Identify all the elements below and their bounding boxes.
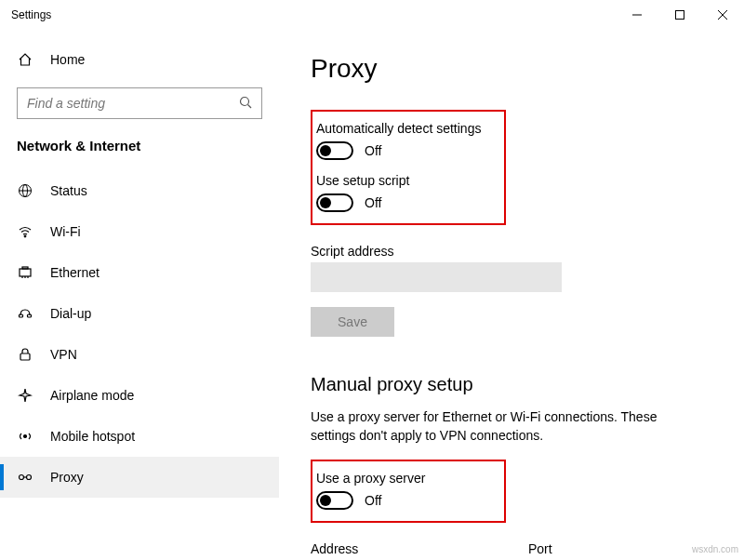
sidebar: Home Network & Internet Status Wi-Fi E (0, 30, 279, 560)
titlebar: Settings (0, 0, 744, 30)
svg-rect-1 (676, 11, 684, 20)
dialup-icon (17, 306, 33, 321)
sidebar-item-ethernet[interactable]: Ethernet (0, 252, 279, 293)
hotspot-icon (17, 429, 33, 444)
proxy-icon (17, 470, 33, 485)
sidebar-item-label: Dial-up (50, 306, 91, 321)
setup-script-state: Off (365, 195, 381, 210)
sidebar-item-label: Wi-Fi (50, 224, 81, 239)
svg-point-9 (24, 235, 26, 237)
auto-detect-toggle[interactable] (316, 141, 353, 160)
wifi-icon (17, 224, 33, 239)
window-controls (616, 0, 744, 30)
main-content: Proxy Automatically detect settings Off … (279, 30, 744, 560)
auto-detect-label: Automatically detect settings (316, 121, 497, 136)
search-input[interactable] (27, 96, 239, 111)
sidebar-item-label: VPN (50, 347, 77, 362)
highlight-box-auto: Automatically detect settings Off Use se… (311, 110, 506, 225)
save-button[interactable]: Save (311, 307, 394, 337)
script-address-label: Script address (311, 244, 712, 259)
attribution: wsxdn.com (692, 544, 738, 554)
search-box[interactable] (17, 87, 262, 119)
use-proxy-state: Off (365, 493, 381, 508)
setup-script-label: Use setup script (316, 173, 497, 188)
sidebar-item-label: Status (50, 183, 87, 198)
home-icon (17, 52, 33, 67)
setup-script-toggle[interactable] (316, 193, 353, 212)
globe-icon (17, 183, 33, 198)
svg-line-5 (248, 104, 252, 108)
sidebar-item-airplane[interactable]: Airplane mode (0, 375, 279, 416)
manual-description: Use a proxy server for Ethernet or Wi-Fi… (311, 408, 701, 445)
svg-point-4 (241, 97, 249, 105)
script-address-input[interactable] (311, 262, 562, 292)
svg-rect-10 (20, 269, 31, 276)
minimize-button[interactable] (616, 0, 658, 30)
window-title: Settings (11, 8, 51, 21)
address-label: Address (311, 541, 506, 556)
sidebar-item-wifi[interactable]: Wi-Fi (0, 211, 279, 252)
airplane-icon (17, 388, 33, 403)
sidebar-item-vpn[interactable]: VPN (0, 334, 279, 375)
highlight-box-manual: Use a proxy server Off (311, 460, 506, 523)
ethernet-icon (17, 265, 33, 280)
svg-rect-17 (20, 353, 30, 360)
home-nav[interactable]: Home (0, 41, 279, 78)
sidebar-item-label: Proxy (50, 470, 84, 485)
sidebar-item-status[interactable]: Status (0, 170, 279, 211)
page-title: Proxy (311, 54, 712, 84)
sidebar-item-dialup[interactable]: Dial-up (0, 293, 279, 334)
vpn-icon (17, 347, 33, 362)
svg-rect-15 (20, 314, 23, 317)
category-header: Network & Internet (0, 132, 279, 170)
svg-point-19 (20, 475, 24, 480)
close-button[interactable] (701, 0, 744, 30)
auto-detect-state: Off (365, 143, 381, 158)
svg-rect-16 (28, 314, 32, 317)
maximize-button[interactable] (658, 0, 701, 30)
use-proxy-toggle[interactable] (316, 491, 353, 510)
svg-rect-11 (22, 267, 28, 269)
sidebar-item-label: Ethernet (50, 265, 100, 280)
sidebar-item-label: Mobile hotspot (50, 429, 135, 444)
sidebar-item-hotspot[interactable]: Mobile hotspot (0, 416, 279, 457)
use-proxy-label: Use a proxy server (316, 471, 497, 486)
sidebar-item-label: Airplane mode (50, 388, 134, 403)
svg-point-20 (27, 475, 32, 480)
home-label: Home (50, 52, 85, 67)
port-label: Port (528, 541, 603, 556)
svg-point-18 (24, 435, 27, 438)
sidebar-item-proxy[interactable]: Proxy (0, 457, 279, 498)
search-icon (239, 96, 252, 112)
manual-section-title: Manual proxy setup (311, 374, 712, 395)
